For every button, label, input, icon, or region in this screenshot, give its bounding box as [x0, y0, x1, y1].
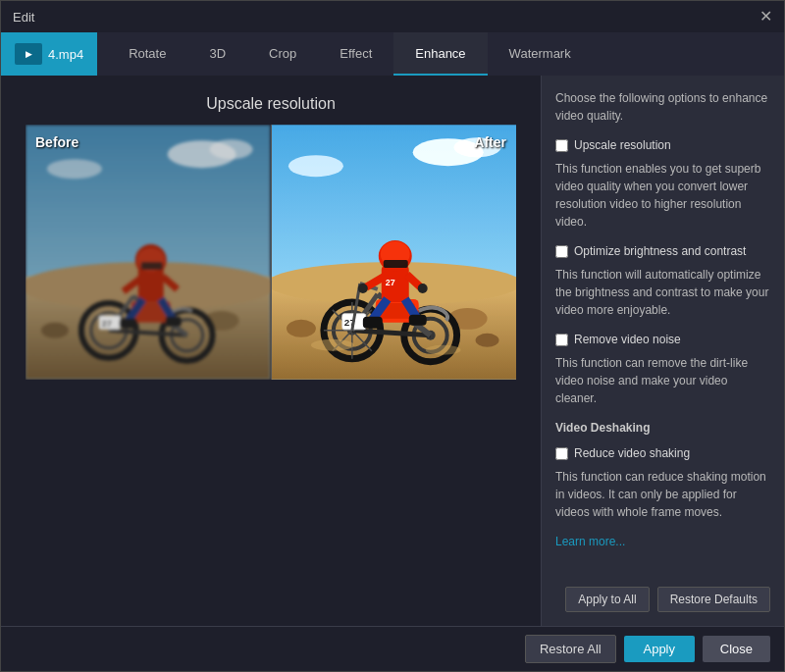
tab-rotate[interactable]: Rotate: [107, 32, 187, 76]
upscale-label[interactable]: Upscale resolution: [574, 138, 671, 152]
after-label: After: [474, 134, 506, 150]
svg-point-69: [310, 339, 353, 351]
svg-text:27: 27: [102, 319, 112, 329]
close-icon[interactable]: ✕: [759, 9, 772, 25]
before-panel: Before: [26, 125, 272, 380]
svg-rect-21: [141, 262, 163, 270]
title-bar: Edit ✕: [1, 1, 784, 32]
main-content: Upscale resolution Before: [1, 76, 784, 626]
upscale-desc: This function enables you to get superb …: [555, 160, 770, 231]
svg-point-36: [475, 334, 498, 347]
tab-effect[interactable]: Effect: [318, 32, 393, 76]
dialog-close-button[interactable]: Close: [703, 636, 770, 662]
apply-to-all-button[interactable]: Apply to All: [565, 587, 649, 612]
tab-3d[interactable]: 3D: [187, 32, 247, 76]
before-after-container: Before: [26, 125, 516, 380]
svg-rect-68: [408, 315, 426, 326]
deshaking-checkbox[interactable]: [555, 447, 568, 460]
deshaking-label[interactable]: Reduce video shaking: [574, 446, 690, 460]
noise-checkbox[interactable]: [555, 334, 568, 346]
deshaking-section-title: Video Deshaking: [555, 421, 770, 435]
restore-defaults-button[interactable]: Restore Defaults: [657, 587, 770, 612]
noise-label[interactable]: Remove video noise: [574, 333, 681, 346]
nav-tabs: Rotate 3D Crop Effect Enhance Watermark: [97, 32, 784, 76]
upscale-option-row: Upscale resolution: [555, 138, 770, 152]
svg-rect-27: [166, 317, 182, 327]
svg-rect-67: [362, 317, 382, 329]
brightness-label[interactable]: Optimize brightness and contrast: [574, 244, 746, 258]
restore-all-button[interactable]: Restore All: [525, 635, 616, 663]
learn-more-link[interactable]: Learn more...: [555, 535, 770, 548]
intro-text: Choose the following options to enhance …: [555, 89, 770, 125]
svg-point-31: [288, 155, 342, 177]
dialog-title: Edit: [13, 10, 34, 25]
svg-point-63: [357, 284, 367, 293]
apply-button[interactable]: Apply: [624, 636, 695, 662]
svg-point-70: [425, 345, 460, 355]
bottom-bar: Restore All Apply Close: [1, 626, 784, 671]
svg-rect-26: [120, 319, 137, 329]
noise-option-row: Remove video noise: [555, 333, 770, 346]
svg-point-35: [286, 320, 315, 337]
tab-crop[interactable]: Crop: [247, 32, 318, 76]
deshaking-option-row: Reduce video shaking: [555, 446, 770, 460]
after-image: 27: [272, 125, 517, 380]
file-tab-name: 4.mp4: [48, 47, 83, 62]
svg-rect-59: [383, 260, 407, 268]
file-tab[interactable]: ▶ 4.mp4: [1, 32, 97, 76]
right-panel: Choose the following options to enhance …: [541, 76, 784, 626]
after-panel: After: [272, 125, 517, 380]
before-image: 27: [26, 125, 271, 380]
edit-dialog: Edit ✕ ▶ 4.mp4 Rotate 3D Crop Effect Enh…: [0, 0, 785, 672]
upscale-checkbox[interactable]: [555, 139, 568, 152]
tab-bar: ▶ 4.mp4 Rotate 3D Crop Effect Enhance Wa…: [1, 32, 784, 76]
brightness-option-row: Optimize brightness and contrast: [555, 244, 770, 258]
panel-action-buttons: Apply to All Restore Defaults: [555, 579, 770, 612]
svg-point-3: [47, 159, 102, 179]
brightness-checkbox[interactable]: [555, 245, 568, 258]
preview-title: Upscale resolution: [206, 95, 336, 113]
before-label: Before: [35, 134, 78, 150]
svg-point-7: [41, 323, 69, 338]
brightness-desc: This function will automatically optimiz…: [555, 266, 770, 319]
noise-desc: This function can remove the dirt-like v…: [555, 354, 770, 407]
tab-watermark[interactable]: Watermark: [488, 32, 593, 76]
preview-area: Upscale resolution Before: [1, 76, 541, 626]
tab-enhance[interactable]: Enhance: [393, 32, 487, 76]
svg-point-64: [417, 284, 427, 293]
file-thumbnail: ▶: [15, 43, 42, 65]
deshaking-desc: This function can reduce shaking motion …: [555, 468, 770, 521]
svg-point-2: [210, 139, 253, 159]
